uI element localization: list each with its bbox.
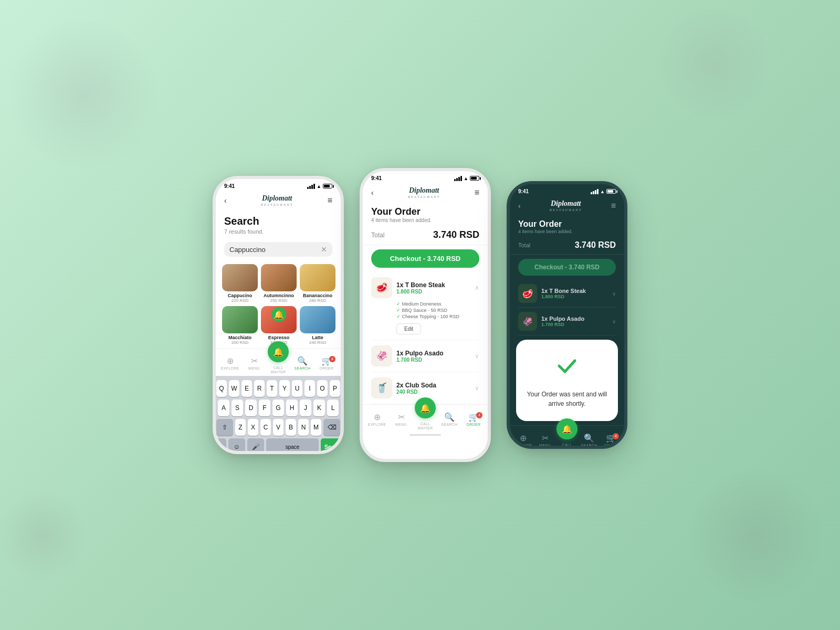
key-c[interactable]: C [260, 419, 271, 436]
dark-order-item-info: 1x T Bone Steak 1.800 RSD [541, 288, 608, 299]
key-x[interactable]: X [248, 419, 258, 436]
nav-explore-label: EXPLORE [368, 423, 386, 426]
phone2-menu-button[interactable]: ≡ [475, 188, 479, 197]
phone1-back-button[interactable]: ‹ [224, 196, 227, 205]
key-backspace[interactable]: ⌫ [323, 419, 340, 436]
dark-total-label: Total [518, 242, 530, 248]
nav-explore[interactable]: ⊕ EXPLORE [512, 433, 534, 447]
key-m[interactable]: M [311, 419, 321, 436]
key-s[interactable]: S [232, 400, 243, 416]
phone2-back-button[interactable]: ‹ [371, 188, 374, 197]
list-item[interactable]: Autumncinno 250 RSD [261, 264, 297, 303]
phones-container: 9:41 ▲ ‹ Diplomatt RESTAURANT ≡ [213, 168, 627, 462]
nav-search[interactable]: 🔍 SEARCH [578, 433, 600, 447]
phone2-bottom-nav: ⊕ EXPLORE ✂ MENU 🔔 CALLWAITER 🔍 SEARCH 🛒… [363, 404, 488, 432]
key-shift[interactable]: ⇧ [216, 419, 233, 436]
key-z[interactable]: Z [235, 419, 246, 436]
phone3-menu-button[interactable]: ≡ [611, 201, 616, 211]
chevron-down-icon[interactable]: ∨ [475, 384, 479, 392]
key-q[interactable]: Q [216, 380, 227, 397]
chevron-down-icon[interactable]: ∨ [612, 319, 616, 324]
key-g[interactable]: G [272, 400, 284, 416]
key-k[interactable]: K [313, 400, 325, 416]
key-l[interactable]: L [327, 400, 339, 416]
order-item-name: 1x T Bone Steak [396, 281, 470, 289]
key-emoji[interactable]: ☺ [228, 438, 245, 454]
chevron-down-icon[interactable]: ∨ [475, 352, 479, 360]
key-d[interactable]: D [245, 400, 257, 416]
nav-search[interactable]: 🔍 SEARCH [290, 356, 314, 370]
nav-call-waiter[interactable]: 🔔 CALLWAITER [556, 418, 578, 449]
wifi-icon: ▲ [464, 176, 468, 181]
nav-menu-label: MENU [395, 423, 407, 426]
list-item[interactable]: Cappucino 220 RSD [222, 264, 258, 303]
key-w[interactable]: W [229, 380, 239, 397]
phone3-status-icons: ▲ [591, 189, 616, 194]
phone3-back-button[interactable]: ‹ [518, 202, 521, 210]
nav-order[interactable]: 🛒 4 ORDER [600, 433, 622, 447]
nav-order[interactable]: 🛒 4 ORDER [314, 356, 339, 370]
nav-order[interactable]: 🛒 4 ORDER [461, 412, 486, 426]
key-r[interactable]: R [254, 380, 265, 397]
phone3-time: 9:41 [518, 188, 529, 194]
key-e[interactable]: E [242, 380, 252, 397]
key-123[interactable]: 123 [213, 438, 226, 454]
dark-checkout-button[interactable]: Checkout - 3.740 RSD [518, 259, 616, 276]
nav-explore[interactable]: ⊕ EXPLORE [218, 356, 242, 370]
chevron-up-icon[interactable]: ∧ [475, 284, 479, 291]
key-n[interactable]: N [298, 419, 309, 436]
phone3-logo: Diplomatt RESTAURANT [550, 200, 582, 212]
phone1-menu-button[interactable]: ≡ [328, 196, 332, 205]
order-detail-line: Cheese Topping - 100 RSD [396, 314, 479, 319]
edit-button[interactable]: Edit [396, 323, 421, 334]
list-item[interactable]: 🔔 Espresso 180 RSD [261, 306, 297, 345]
wifi-icon: ▲ [317, 184, 321, 189]
key-t[interactable]: T [267, 380, 277, 397]
key-p[interactable]: P [330, 380, 340, 397]
key-u[interactable]: U [292, 380, 302, 397]
list-item[interactable]: Latte 240 RSD [300, 306, 335, 345]
key-o[interactable]: O [317, 380, 328, 397]
key-space[interactable]: space [266, 438, 319, 454]
menu-icon: ✂ [251, 356, 258, 366]
key-a[interactable]: A [218, 400, 229, 416]
key-b[interactable]: B [286, 419, 296, 436]
call-waiter-center-btn[interactable]: 🔔 [271, 307, 286, 322]
nav-call-waiter[interactable]: 🔔 CALLWAITER [266, 341, 290, 374]
key-mic[interactable]: 🎤 [247, 438, 264, 454]
key-h[interactable]: H [286, 400, 298, 416]
key-v[interactable]: V [273, 419, 284, 436]
list-item[interactable]: Bananaccino 280 RSD [300, 264, 335, 303]
phone2-status-bar: 9:41 ▲ [363, 171, 488, 183]
search-input[interactable]: Cappuccino [229, 246, 321, 254]
checkout-button[interactable]: Checkout - 3.740 RSD [371, 249, 479, 268]
nav-search[interactable]: 🔍 SEARCH [437, 412, 461, 426]
nav-menu[interactable]: ✂ MENU [389, 412, 413, 426]
phone2: 9:41 ▲ ‹ Diplomatt RESTAURANT ≡ [360, 168, 491, 462]
food-price: 240 RSD [300, 340, 335, 345]
key-i[interactable]: I [304, 380, 315, 397]
nav-explore[interactable]: ⊕ EXPLORE [365, 412, 389, 426]
chevron-down-icon[interactable]: ∨ [612, 291, 616, 297]
search-input-wrapper[interactable]: Cappuccino ✕ [224, 242, 332, 257]
phone2-time: 9:41 [371, 175, 382, 181]
key-f[interactable]: F [259, 400, 270, 416]
order-badge: 4 [476, 412, 482, 418]
order-detail-line: BBQ Sauce - 50 RSD [396, 308, 479, 313]
call-waiter-button[interactable]: 🔔 [268, 341, 289, 362]
nav-order-label: ORDER [604, 444, 618, 447]
search-clear-button[interactable]: ✕ [321, 245, 327, 254]
explore-icon: ⊕ [520, 433, 527, 443]
key-y[interactable]: Y [279, 380, 290, 397]
call-waiter-button[interactable]: 🔔 [556, 418, 578, 439]
search-button[interactable]: Search [321, 438, 344, 454]
order-item-image: 🦑 [371, 345, 392, 366]
call-waiter-button[interactable]: 🔔 [415, 397, 436, 418]
nav-call-waiter[interactable]: 🔔 CALLWAITER [413, 397, 437, 430]
home-indicator [410, 434, 441, 436]
nav-menu[interactable]: ✂ MENU [242, 356, 266, 370]
key-j[interactable]: J [300, 400, 311, 416]
list-item[interactable]: Macchiato 200 RSD [222, 306, 258, 345]
nav-menu[interactable]: ✂ MENU [534, 433, 556, 447]
search-icon: 🔍 [297, 356, 308, 366]
